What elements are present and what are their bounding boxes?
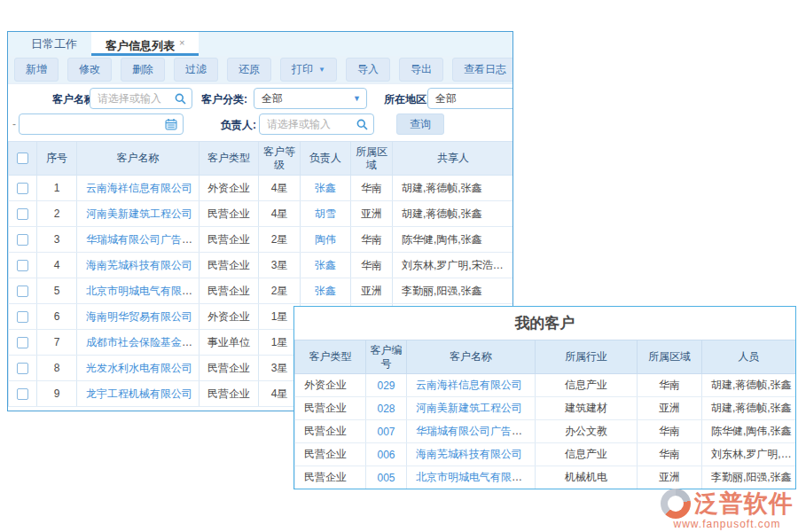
row-checkbox[interactable] bbox=[17, 337, 28, 348]
close-icon[interactable]: × bbox=[179, 37, 184, 48]
row-select-cell bbox=[9, 253, 37, 278]
row-checkbox[interactable] bbox=[17, 183, 28, 194]
table-row: 5北京市明城电气有限公司民营企业2星张鑫亚洲李勤丽,阳强,张鑫 bbox=[9, 278, 514, 304]
column-header[interactable]: 客户类型 bbox=[295, 340, 366, 374]
column-header[interactable]: 序号 bbox=[37, 142, 77, 176]
row-checkbox[interactable] bbox=[17, 286, 28, 297]
customer-name-link[interactable]: 海南芜城科技有限公司 bbox=[416, 448, 522, 460]
toolbar-button-label: 修改 bbox=[79, 62, 100, 77]
customer-name-link[interactable]: 北京市明城电气有限公司 bbox=[86, 285, 200, 297]
column-header[interactable]: 客户编号 bbox=[366, 340, 407, 374]
toolbar-button[interactable]: 导出 bbox=[399, 58, 443, 82]
manager-link[interactable]: 陶伟 bbox=[315, 233, 336, 246]
row-checkbox[interactable] bbox=[17, 388, 28, 400]
customer-name-link[interactable]: 河南美新建筑工程公司 bbox=[86, 207, 192, 220]
column-header[interactable]: 共享人 bbox=[393, 142, 514, 176]
toolbar-button[interactable]: 导入 bbox=[346, 58, 390, 82]
toolbar-button[interactable]: 新增 bbox=[14, 58, 59, 82]
my-customers-panel: 我的客户 客户类型客户编号客户名称所属行业所属区域人员 外资企业029云南海祥信… bbox=[293, 306, 796, 489]
tab-1[interactable]: 客户信息列表× bbox=[91, 32, 199, 56]
customer-type: 民营企业 bbox=[295, 443, 366, 466]
tab-0[interactable]: 日常工作 bbox=[17, 32, 91, 56]
toolbar-button[interactable]: 查看日志 bbox=[452, 58, 513, 82]
column-header[interactable]: 所属区域 bbox=[638, 340, 702, 374]
row-checkbox[interactable] bbox=[17, 208, 28, 220]
search-icon[interactable] bbox=[356, 119, 368, 130]
calendar-icon[interactable] bbox=[165, 118, 177, 130]
customer-name-input[interactable]: 请选择或输入 bbox=[90, 88, 192, 109]
toolbar-button-label: 过滤 bbox=[185, 62, 207, 77]
customer-code-link[interactable]: 007 bbox=[377, 426, 395, 438]
manager-link[interactable]: 胡雪 bbox=[315, 207, 336, 220]
customer-name-link[interactable]: 云南海祥信息有限公司 bbox=[416, 379, 522, 391]
customer-name-cell: 云南海祥信息有限公司 bbox=[407, 374, 536, 397]
industry: 办公文教 bbox=[536, 420, 638, 443]
manager-link[interactable]: 张鑫 bbox=[315, 285, 336, 297]
my-customers-table: 客户类型客户编号客户名称所属行业所属区域人员 外资企业029云南海祥信息有限公司… bbox=[294, 340, 796, 489]
customer-name-link[interactable]: 龙宇工程机械有限公司 bbox=[86, 387, 192, 400]
customer-type: 民营企业 bbox=[295, 397, 366, 420]
customer-category-label: 客户分类: bbox=[201, 92, 247, 107]
region-input[interactable]: 全部 bbox=[427, 88, 513, 109]
search-icon[interactable] bbox=[175, 93, 186, 105]
column-header[interactable]: 所属区域 bbox=[351, 142, 393, 176]
customer-name-link[interactable]: 光发水利水电有限公司 bbox=[86, 362, 192, 374]
customer-name-link[interactable]: 华瑞城有限公司广告设计部 bbox=[86, 233, 200, 246]
shared-with: 陈华健,陶伟,张鑫 bbox=[393, 227, 514, 253]
column-header[interactable]: 所属行业 bbox=[536, 340, 638, 374]
region: 华南 bbox=[638, 420, 702, 443]
search-button[interactable]: 查询 bbox=[396, 113, 444, 135]
customer-code-cell: 028 bbox=[366, 397, 407, 420]
column-header[interactable]: 客户名称 bbox=[407, 340, 536, 374]
row-checkbox[interactable] bbox=[17, 260, 28, 271]
main-table-head-row: 序号客户名称客户类型客户等级负责人所属区域共享人 bbox=[9, 142, 514, 176]
customer-name-link[interactable]: 河南美新建筑工程公司 bbox=[416, 402, 522, 414]
column-header[interactable]: 负责人 bbox=[301, 142, 351, 176]
customer-code-link[interactable]: 006 bbox=[377, 449, 395, 461]
customer-code-link[interactable]: 028 bbox=[377, 403, 395, 415]
customer-code-link[interactable]: 029 bbox=[377, 379, 395, 392]
manager-input[interactable]: 请选择或输入 bbox=[259, 113, 374, 135]
screen: 日常工作客户信息列表× 新增修改删除过滤还原打印▼导入导出查看日志 客户名称: … bbox=[0, 0, 798, 532]
select-all-checkbox[interactable] bbox=[17, 153, 28, 164]
customer-code-cell: 029 bbox=[366, 374, 407, 397]
customer-name-link[interactable]: 海南明华贸易有限公司 bbox=[86, 310, 192, 323]
column-header[interactable]: 客户等级 bbox=[259, 142, 301, 176]
customer-category-select[interactable]: 全部 ▼ bbox=[254, 88, 367, 109]
row-checkbox[interactable] bbox=[17, 363, 28, 374]
toolbar-button[interactable]: 还原 bbox=[227, 58, 271, 82]
customer-name-link[interactable]: 海南芜城科技有限公司 bbox=[86, 259, 192, 271]
customer-name-link[interactable]: 北京市明城电气有限公司 bbox=[416, 471, 533, 483]
staff: 李勤丽,阳强,张鑫 bbox=[702, 466, 796, 489]
column-header[interactable]: 客户类型 bbox=[200, 142, 259, 176]
customer-name-cell: 华瑞城有限公司广告设计部 bbox=[77, 227, 200, 253]
my-table-head-row: 客户类型客户编号客户名称所属行业所属区域人员 bbox=[295, 340, 796, 374]
toolbar-button[interactable]: 删除 bbox=[121, 58, 165, 82]
customer-name-cell: 北京市明城电气有限公司 bbox=[407, 466, 536, 489]
customer-code-cell: 006 bbox=[366, 443, 407, 466]
fanpu-logo-icon bbox=[661, 489, 691, 519]
row-checkbox[interactable] bbox=[17, 234, 28, 246]
staff: 刘东林,罗广明,宋浩然,... bbox=[702, 443, 796, 466]
customer-type: 民营企业 bbox=[200, 253, 259, 278]
date-input[interactable] bbox=[19, 113, 184, 135]
toolbar-button[interactable]: 过滤 bbox=[174, 58, 218, 82]
manager-link[interactable]: 张鑫 bbox=[315, 259, 336, 271]
my-customers-title: 我的客户 bbox=[294, 307, 795, 340]
manager-link[interactable]: 张鑫 bbox=[315, 182, 336, 194]
chevron-down-icon[interactable]: ▼ bbox=[353, 94, 361, 103]
column-header[interactable]: 人员 bbox=[702, 340, 796, 374]
customer-name-link[interactable]: 云南海祥信息有限公司 bbox=[86, 182, 192, 194]
table-row: 外资企业029云南海祥信息有限公司信息产业华南胡建,蒋德帧,张鑫 bbox=[295, 374, 796, 397]
row-select-cell bbox=[9, 381, 37, 407]
customer-code-link[interactable]: 005 bbox=[377, 472, 395, 484]
row-checkbox[interactable] bbox=[17, 311, 28, 323]
filter-area: 客户名称: 请选择或输入 客户分类: 全部 ▼ 所在地区: 全部 - bbox=[8, 83, 512, 141]
column-header[interactable]: 客户名称 bbox=[77, 142, 200, 176]
customer-name-cell: 光发水利水电有限公司 bbox=[77, 356, 200, 381]
customer-name-link[interactable]: 华瑞城有限公司广告设计部 bbox=[416, 425, 536, 437]
customer-name-link[interactable]: 成都市社会保险基金管理... bbox=[86, 336, 200, 348]
toolbar-button[interactable]: 打印▼ bbox=[280, 58, 337, 82]
toolbar-button[interactable]: 修改 bbox=[67, 58, 112, 82]
select-all-header-cell bbox=[9, 142, 37, 176]
